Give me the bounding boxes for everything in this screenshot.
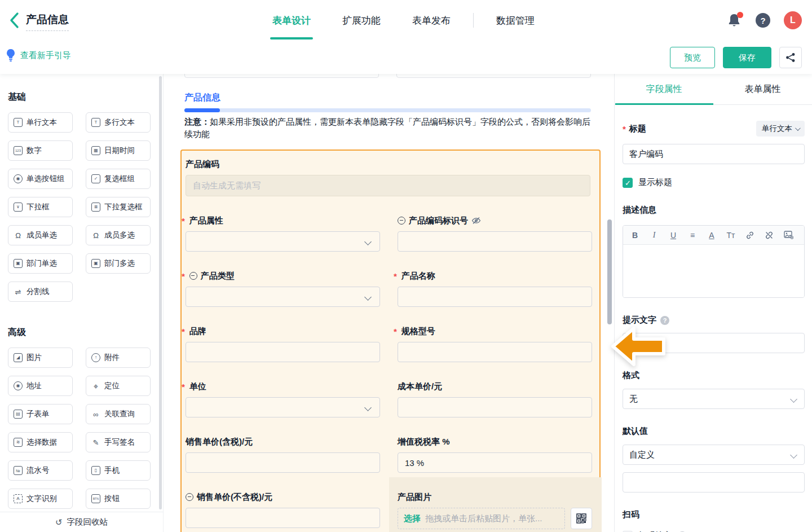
- field-type-member-multi[interactable]: Ω成员多选: [86, 225, 151, 245]
- tab-form-properties[interactable]: 表单属性: [713, 74, 812, 104]
- field-type-multi-line-text[interactable]: T多行文本: [86, 112, 151, 133]
- product-code-input[interactable]: 自动生成无需填写: [186, 175, 590, 196]
- field-label-product-code: 产品编码: [186, 158, 590, 170]
- brand-input[interactable]: [186, 342, 380, 362]
- field-type-single-line-text[interactable]: T单行文本: [8, 112, 73, 133]
- italic-icon[interactable]: I: [645, 226, 664, 245]
- field-type-radio-group[interactable]: ◉单选按钮组: [8, 169, 73, 189]
- preview-button[interactable]: 预览: [670, 47, 715, 68]
- field-type-department-multi[interactable]: ▣部门多选: [86, 253, 151, 274]
- spec-model-input[interactable]: [398, 342, 592, 362]
- field-title-input[interactable]: [623, 144, 805, 164]
- font-size-icon[interactable]: Tт: [721, 226, 740, 245]
- default-value-input[interactable]: [623, 472, 805, 493]
- field-type-divider[interactable]: ⇌分割线: [8, 282, 73, 302]
- field-recycle-bin[interactable]: ↺ 字段回收站: [0, 512, 163, 532]
- product-name-input[interactable]: [398, 287, 592, 307]
- image-upload-dropzone[interactable]: 选择 拖拽或单击后粘贴图片，单张...: [398, 508, 565, 529]
- tab-data-management[interactable]: 数据管理: [496, 0, 535, 41]
- field-label-product-image: 产品图片: [398, 491, 592, 503]
- selected-field-group[interactable]: 产品编码 自动生成无需填写 产品属性 产品编码标识号 产品类型: [180, 150, 601, 532]
- unit-select[interactable]: [186, 397, 380, 417]
- field-product-image[interactable]: 产品图片 选择 拖拽或单击后粘贴图片，单张...: [389, 477, 602, 532]
- font-color-icon[interactable]: A: [702, 226, 721, 245]
- field-type-number[interactable]: 123数字: [8, 140, 73, 161]
- underline-icon[interactable]: U: [664, 226, 683, 245]
- field-cost-price: 成本单价/元: [398, 380, 592, 417]
- product-type-select[interactable]: [186, 287, 380, 307]
- help-button[interactable]: ?: [756, 13, 770, 28]
- choose-file-link[interactable]: 选择: [404, 513, 421, 524]
- show-title-checkbox[interactable]: [623, 178, 633, 188]
- field-type-attachment[interactable]: ↑附件: [86, 348, 151, 368]
- cutoff-field-right[interactable]: [396, 74, 591, 78]
- field-type-dropdown[interactable]: ∨下拉框: [8, 197, 73, 217]
- page-title[interactable]: 产品信息: [26, 12, 69, 31]
- lightbulb-icon: [6, 49, 16, 62]
- help-icon[interactable]: ?: [660, 316, 669, 325]
- sidebar-scrollbar[interactable]: [159, 76, 162, 509]
- insert-link-icon[interactable]: [740, 226, 760, 245]
- dropdown-multi-icon: ≣: [91, 203, 100, 212]
- insert-image-icon[interactable]: [779, 226, 798, 245]
- sale-price-taxed-input[interactable]: [186, 452, 380, 473]
- notifications-button[interactable]: [727, 13, 742, 28]
- description-textarea[interactable]: [623, 245, 804, 297]
- default-value-select[interactable]: 自定义: [623, 445, 805, 465]
- share-icon: [785, 52, 796, 63]
- basic-section-title: 基础: [8, 91, 163, 103]
- product-attribute-select[interactable]: [186, 231, 380, 252]
- sale-price-untaxed-input[interactable]: [186, 508, 380, 528]
- tab-divider: [473, 13, 474, 28]
- cost-price-input[interactable]: [398, 397, 592, 417]
- field-type-checkbox-group[interactable]: ✓复选框组: [86, 169, 151, 189]
- vat-rate-input[interactable]: 13 %: [398, 452, 592, 473]
- field-type-select-data[interactable]: ≋选择数据: [8, 432, 73, 452]
- back-button[interactable]: [5, 10, 25, 30]
- tutorial-arrow: [610, 324, 667, 368]
- scan-upload-button[interactable]: [571, 508, 592, 529]
- field-type-member-single[interactable]: Ω成员单选: [8, 225, 73, 245]
- bold-icon[interactable]: B: [625, 226, 645, 245]
- field-type-address[interactable]: ◉地址: [8, 376, 73, 396]
- beginner-guide-link[interactable]: 查看新手引导: [6, 49, 71, 62]
- avatar[interactable]: L: [784, 11, 802, 29]
- field-type-location[interactable]: ⌖定位: [86, 376, 151, 396]
- subform-icon: ▤: [14, 410, 23, 419]
- properties-panel: 字段属性 表单属性 *标题 单行文本 显示标题 描述信息 B I U ≡ A T…: [615, 74, 812, 532]
- canvas-scrollbar[interactable]: [607, 219, 612, 324]
- cutoff-field-left[interactable]: [184, 74, 379, 78]
- select-data-icon: ≋: [14, 438, 23, 447]
- field-type-signature[interactable]: ✎手写签名: [86, 432, 151, 452]
- title-property-label: *标题: [623, 124, 646, 134]
- field-sale-price-untaxed: 销售单价(不含税)/元: [186, 491, 380, 532]
- field-type-department-single[interactable]: ▣部门单选: [8, 253, 73, 274]
- tab-form-publish[interactable]: 表单发布: [412, 0, 451, 41]
- tab-field-properties[interactable]: 字段属性: [615, 74, 713, 104]
- share-button[interactable]: [779, 47, 802, 68]
- field-type-image[interactable]: ◢图片: [8, 348, 73, 368]
- tab-extensions[interactable]: 扩展功能: [342, 0, 381, 41]
- field-type-switcher[interactable]: 单行文本: [756, 121, 805, 137]
- field-type-ocr[interactable]: A文字识别: [8, 489, 73, 509]
- field-type-subform[interactable]: ▤子表单: [8, 404, 73, 424]
- field-type-phone[interactable]: ▯手机: [86, 460, 151, 481]
- format-select[interactable]: 无: [623, 389, 805, 409]
- field-type-button[interactable]: BTN按钮: [86, 489, 151, 509]
- form-note: 注意：如果采用非预设的产品属性，需更新本表单隐藏字段「产品编码标识号」字段的公式…: [184, 116, 593, 140]
- button-field-icon: BTN: [91, 494, 100, 503]
- field-type-dropdown-multi[interactable]: ≣下拉复选框: [86, 197, 151, 217]
- field-label-spec-model: 规格型号: [398, 325, 592, 337]
- field-type-serial-number[interactable]: №流水号: [8, 460, 73, 481]
- divider-icon: ⇌: [14, 287, 23, 296]
- save-button[interactable]: 保存: [723, 47, 771, 68]
- form-section-title: 产品信息: [184, 92, 220, 104]
- product-code-identifier-input[interactable]: [398, 231, 592, 252]
- field-type-linked-query[interactable]: ∞关联查询: [86, 404, 151, 424]
- align-icon[interactable]: ≡: [683, 226, 702, 245]
- field-type-datetime[interactable]: ▦日期时间: [86, 140, 151, 161]
- format-label: 格式: [623, 370, 805, 381]
- remove-link-icon[interactable]: [760, 226, 779, 245]
- field-label-sale-price-taxed: 销售单价(含税)/元: [186, 436, 380, 448]
- tab-form-design[interactable]: 表单设计: [272, 0, 311, 41]
